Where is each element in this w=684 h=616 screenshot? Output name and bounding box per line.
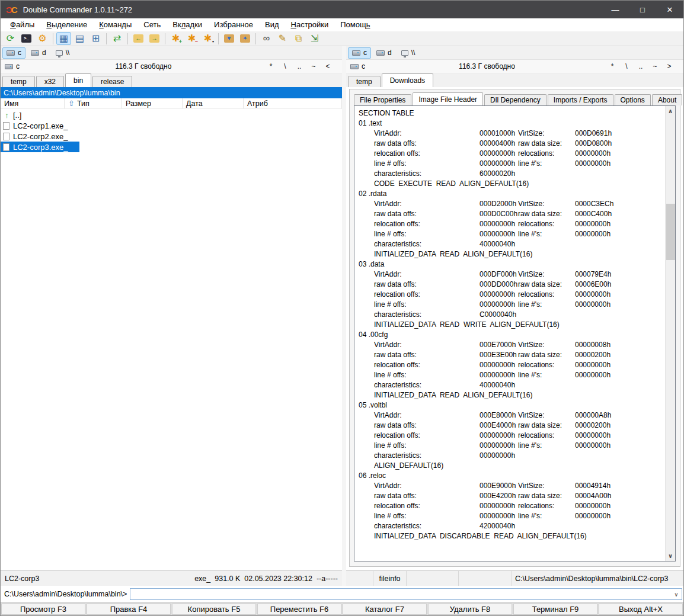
viewer-content-box: SECTION TABLE 01 .textVirtAddr:00001000h… — [354, 105, 676, 562]
multi-rename-icon[interactable]: ✎ — [275, 32, 290, 45]
column-header[interactable]: ⇧Дата — [183, 98, 244, 108]
panel-header-button[interactable]: ~ — [648, 62, 662, 70]
section-name: 05 .voltbl — [359, 400, 665, 410]
viewer-tab[interactable]: Dll Dependency — [484, 94, 546, 105]
panel-header-button[interactable]: \ — [619, 62, 634, 70]
drive-icon — [376, 50, 385, 56]
folder-tab[interactable]: release — [92, 76, 132, 87]
section-flags: ALIGN_DEFAULT(16) — [374, 461, 665, 471]
function-key-button[interactable]: Выход Alt+X — [599, 604, 683, 615]
drive-button[interactable]: d — [372, 47, 396, 59]
function-key-button[interactable]: Удалить F8 — [428, 604, 512, 615]
drive-button[interactable]: \\ — [52, 47, 74, 59]
drive-button[interactable]: c — [2, 47, 25, 59]
viewer-tab[interactable]: Imports / Exports — [548, 94, 613, 105]
minimize-button[interactable]: — — [602, 1, 629, 18]
panel-header-button[interactable]: * — [605, 62, 619, 70]
viewer-tab[interactable]: Options — [615, 94, 651, 105]
menu-item[interactable]: Сеть — [138, 19, 167, 31]
drive-button[interactable]: \\ — [397, 47, 420, 59]
scroll-up-icon[interactable]: ∧ — [666, 106, 675, 116]
viewer-tab[interactable]: About — [652, 94, 682, 105]
terminal-icon[interactable]: >_ — [19, 32, 34, 45]
drive-button[interactable]: d — [27, 47, 50, 59]
status-cell — [459, 571, 512, 586]
drive-button[interactable]: c — [348, 47, 371, 59]
column-header[interactable]: ⇧Тип — [65, 98, 122, 108]
refresh-icon[interactable]: ⟳ — [3, 32, 18, 45]
function-key-button[interactable]: Правка F4 — [87, 604, 171, 615]
section-flags: INITIALIZED_DATA DISCARDABLE READ ALIGN_… — [374, 531, 665, 541]
compare-dirs-icon[interactable]: ⇄ — [110, 32, 124, 45]
view-thumbnails-icon[interactable]: ⊞ — [88, 32, 103, 45]
panel-header-button[interactable]: ~ — [306, 62, 321, 70]
menu-item[interactable]: Команды — [93, 19, 138, 31]
menu-item[interactable]: Выделение — [40, 19, 93, 31]
column-header[interactable]: ⇧Имя — [1, 98, 65, 108]
section-name: 02 .rdata — [359, 189, 665, 199]
function-key-button[interactable]: Переместить F6 — [257, 604, 341, 615]
selected-file-name: LC2-corp3 — [5, 575, 39, 583]
close-button[interactable]: ✕ — [656, 1, 683, 18]
extract-icon[interactable]: ✦ — [238, 32, 252, 45]
folder-tab[interactable]: x32 — [36, 76, 64, 87]
panel-header-button[interactable]: * — [264, 62, 278, 70]
view-brief-icon[interactable]: ▦ — [56, 32, 71, 45]
section-field-row: VirtAddr:000E8000hVirtSize:000000A8h — [359, 410, 665, 421]
maximize-button[interactable]: □ — [629, 1, 656, 18]
viewer-tab[interactable]: File Properties — [354, 94, 411, 105]
section-field-row: line # offs:00000000hline #'s:00000000h — [359, 229, 665, 239]
column-header[interactable]: ⇧Размер — [122, 98, 183, 108]
section-field-row: VirtAddr:00001000hVirtSize:000D0691h — [359, 129, 665, 139]
folder-tab[interactable]: Downloads — [382, 73, 433, 87]
options-icon[interactable]: ⚙ — [35, 32, 50, 45]
file-row[interactable]: LC2-corp2.exe_ — [1, 131, 342, 142]
command-input[interactable] — [130, 589, 671, 599]
panel-header-button[interactable]: < — [321, 62, 335, 70]
panel-splitter[interactable] — [342, 46, 346, 586]
viewer-scrollbar[interactable]: ∧ ∨ — [665, 106, 675, 561]
panel-header-button[interactable]: \ — [278, 62, 292, 70]
folder-tab[interactable]: temp — [348, 76, 381, 87]
menu-item[interactable]: Вид — [259, 19, 285, 31]
pack-icon[interactable]: ▼ — [222, 32, 236, 45]
view-full-icon[interactable]: ▤ — [72, 32, 87, 45]
panel-header-button[interactable]: .. — [634, 62, 648, 70]
viewer-tab[interactable]: Image File Header — [413, 92, 483, 105]
section-field-row: raw data offs:000DD000hraw data size:000… — [359, 280, 665, 290]
copy-names-icon[interactable]: ⇲ — [307, 32, 322, 45]
folder-tab[interactable]: temp — [2, 76, 35, 87]
file-row[interactable]: ↑[..] — [1, 110, 342, 120]
menu-item[interactable]: Избранное — [208, 19, 259, 31]
menu-item[interactable]: Настройки — [285, 19, 335, 31]
right-current-drive: c — [362, 62, 365, 70]
menu-item[interactable]: Помощь — [334, 19, 376, 31]
function-key-button[interactable]: Каталог F7 — [343, 604, 427, 615]
section-characteristics-row: characteristics:40000040h — [359, 380, 665, 390]
invert-selection-icon[interactable]: ✱▪ — [200, 32, 215, 45]
column-header[interactable]: ⇧Атриб — [244, 98, 342, 108]
unselect-group-icon[interactable]: ✱− — [184, 32, 199, 45]
panel-header-button[interactable]: > — [662, 62, 676, 70]
function-key-button[interactable]: Просмотр F3 — [1, 604, 85, 615]
chevron-down-icon[interactable]: ∨ — [671, 591, 682, 598]
left-path-bar[interactable]: C:\Users\admin\Desktop\lumma\bin — [1, 87, 342, 98]
function-key-button[interactable]: Терминал F9 — [513, 604, 597, 615]
go-forward-icon[interactable]: → — [147, 32, 162, 45]
menu-item[interactable]: Вкладки — [167, 19, 208, 31]
function-key-button[interactable]: Копировать F5 — [172, 604, 256, 615]
folder-up-icon: ↑ — [3, 111, 11, 119]
scrollbar-thumb[interactable] — [666, 204, 675, 260]
go-back-icon[interactable]: ← — [131, 32, 146, 45]
scroll-down-icon[interactable]: ∨ — [666, 551, 675, 561]
section-field-row: line # offs:00000000hline #'s:00000000h — [359, 159, 665, 169]
sync-dirs-icon[interactable]: ⧉ — [291, 32, 306, 45]
section-name: 06 .reloc — [359, 471, 665, 481]
file-row[interactable]: LC2-corp3.exe_ — [1, 142, 79, 152]
search-icon[interactable]: ∞ — [259, 32, 274, 45]
folder-tab[interactable]: bin — [65, 73, 91, 87]
panel-header-button[interactable]: .. — [292, 62, 306, 70]
file-row[interactable]: LC2-corp1.exe_ — [1, 120, 342, 131]
select-group-icon[interactable]: ✱+ — [168, 32, 183, 45]
menu-item[interactable]: Файлы — [4, 19, 40, 31]
